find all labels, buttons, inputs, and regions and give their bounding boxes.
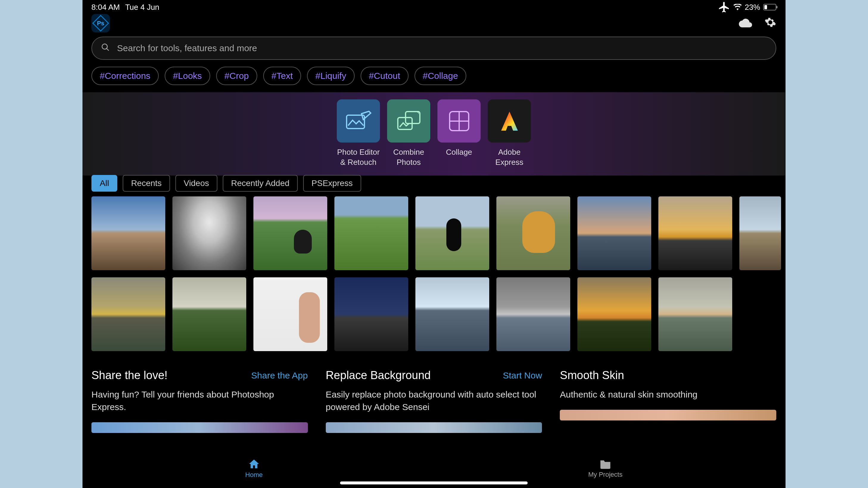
photo-thumb[interactable]	[173, 196, 246, 270]
app-top-bar: Ps	[83, 14, 785, 32]
photo-thumb[interactable]	[415, 277, 489, 351]
battery-icon	[763, 4, 776, 10]
card-smooth-skin: Smooth Skin Authentic & natural skin smo…	[560, 369, 776, 433]
search-icon	[101, 43, 110, 54]
photo-thumb[interactable]	[253, 277, 327, 351]
status-date: Tue 4 Jun	[125, 3, 159, 12]
card-replace-bg: Replace Background Start Now Easily repl…	[326, 369, 542, 433]
tag-chips: #Corrections #Looks #Crop #Text #Liquify…	[83, 64, 785, 92]
card-image[interactable]	[560, 410, 776, 420]
card-share-love: Share the love! Share the App Having fun…	[91, 369, 308, 433]
adobe-express-icon	[488, 99, 531, 142]
tag-cutout[interactable]: #Cutout	[361, 67, 408, 85]
nav-my-projects[interactable]: My Projects	[588, 459, 622, 479]
photo-thumb[interactable]	[658, 277, 732, 351]
photo-thumb[interactable]	[415, 196, 489, 270]
search-input[interactable]	[117, 43, 767, 53]
tag-text[interactable]: #Text	[263, 67, 301, 85]
home-icon	[248, 459, 260, 469]
gallery-filters: All Recents Videos Recently Added PSExpr…	[83, 174, 785, 196]
search-bar[interactable]	[91, 37, 776, 60]
nav-home[interactable]: Home	[245, 459, 263, 479]
filter-recents[interactable]: Recents	[123, 175, 170, 192]
feature-cards: Share the love! Share the App Having fun…	[83, 351, 785, 433]
card-desc: Having fun? Tell your friends about Phot…	[91, 388, 308, 413]
battery-percentage: 23%	[745, 3, 760, 12]
folder-icon	[599, 459, 611, 469]
card-desc: Authentic & natural skin smoothing	[560, 388, 776, 401]
wifi-icon	[734, 4, 742, 10]
card-image[interactable]	[326, 422, 542, 433]
home-indicator[interactable]	[340, 482, 528, 484]
card-desc: Easily replace photo background with aut…	[326, 388, 542, 413]
start-now-link[interactable]: Start Now	[503, 370, 542, 381]
tag-looks[interactable]: #Looks	[165, 67, 210, 85]
photo-thumb[interactable]	[334, 277, 408, 351]
photo-thumb[interactable]	[253, 196, 327, 270]
photo-gallery	[83, 196, 785, 351]
filter-recently-added[interactable]: Recently Added	[223, 175, 298, 192]
share-app-link[interactable]: Share the App	[251, 370, 308, 381]
photo-editor-icon	[337, 99, 380, 142]
photo-thumb[interactable]	[173, 277, 246, 351]
tool-combine-photos[interactable]: + CombinePhotos	[387, 99, 430, 167]
card-title: Smooth Skin	[560, 369, 624, 382]
photo-thumb[interactable]	[334, 196, 408, 270]
cloud-icon[interactable]	[739, 17, 752, 29]
card-title: Replace Background	[326, 369, 431, 382]
tag-collage[interactable]: #Collage	[414, 67, 466, 85]
tool-collage[interactable]: Collage	[437, 99, 480, 157]
photo-thumb[interactable]	[658, 196, 732, 270]
photo-thumb[interactable]	[91, 277, 165, 351]
status-bar: 8:04 AM Tue 4 Jun 23%	[83, 0, 785, 14]
collage-icon	[437, 99, 480, 142]
tag-crop[interactable]: #Crop	[216, 67, 257, 85]
gear-icon[interactable]	[764, 17, 776, 30]
combine-photos-icon: +	[387, 99, 430, 142]
photo-thumb[interactable]	[496, 277, 570, 351]
tool-adobe-express[interactable]: AdobeExpress	[488, 99, 531, 167]
filter-all[interactable]: All	[91, 175, 117, 192]
svg-text:+: +	[417, 109, 421, 116]
tool-shelf: Photo Editor& Retouch + CombinePhotos Co…	[83, 92, 785, 175]
photo-thumb[interactable]	[578, 196, 651, 270]
photo-thumb[interactable]	[739, 196, 781, 270]
tag-corrections[interactable]: #Corrections	[91, 67, 159, 85]
app-window: 8:04 AM Tue 4 Jun 23% Ps	[83, 0, 785, 488]
card-image[interactable]	[91, 422, 308, 433]
airplane-mode-icon	[718, 1, 731, 13]
photo-thumb[interactable]	[578, 277, 651, 351]
filter-psexpress[interactable]: PSExpress	[303, 175, 361, 192]
filter-videos[interactable]: Videos	[176, 175, 217, 192]
card-title: Share the love!	[91, 369, 168, 382]
status-time: 8:04 AM	[91, 3, 120, 12]
app-logo[interactable]: Ps	[91, 14, 110, 32]
svg-rect-0	[347, 115, 365, 129]
photo-thumb[interactable]	[91, 196, 165, 270]
tag-liquify[interactable]: #Liquify	[307, 67, 354, 85]
photo-thumb[interactable]	[496, 196, 570, 270]
tool-photo-editor[interactable]: Photo Editor& Retouch	[337, 99, 380, 167]
